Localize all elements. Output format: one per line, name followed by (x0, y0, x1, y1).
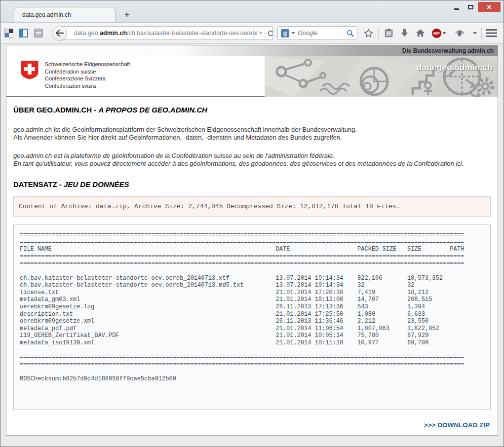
search-box[interactable]: g (277, 26, 357, 40)
home-button[interactable] (412, 25, 428, 41)
geo-banner: data.geo.admin.ch (265, 56, 498, 97)
maximize-button[interactable] (464, 2, 478, 12)
page-viewport: Die Bundesverwaltung admin.ch Schweizeri… (0, 44, 504, 447)
google-favicon: g (281, 29, 289, 37)
navigation-toolbar: data.geo.admin.ch/ch.bav.kataster-belast… (0, 22, 504, 44)
geo-motifs-illustration (265, 56, 498, 97)
download-zip-link[interactable]: >>> DOWNLOAD ZIP (424, 421, 490, 429)
archive-listing-box: ========================================… (13, 224, 491, 410)
downloads-button[interactable] (396, 25, 412, 41)
url-dropdown-icon[interactable] (259, 32, 263, 35)
about-heading: ÜBER GEO.ADMIN.CH - A PROPOS DE GEO.ADMI… (13, 106, 491, 114)
dataset-heading: DATENSATZ - JEU DE DONNÉES (13, 180, 491, 188)
addon-dropdown-button[interactable] (469, 25, 479, 41)
logo-line-it: Confederazione Svizzera (45, 75, 130, 82)
search-icon[interactable] (347, 30, 354, 37)
menu-button[interactable] (484, 25, 500, 41)
web-page: Die Bundesverwaltung admin.ch Schweizeri… (6, 45, 498, 436)
tab-data-geo-admin[interactable]: data.geo.admin.ch (14, 7, 116, 22)
archive-summary: Content of Archive: data.zip, Archive Si… (13, 196, 491, 217)
url-text: data.geo.admin.ch/ch.bav.kataster-belast… (74, 30, 258, 37)
archive-listing: ========================================… (20, 231, 484, 382)
hamburger-icon (486, 29, 497, 37)
minimize-button[interactable] (449, 2, 464, 12)
page-content: ÜBER GEO.ADMIN.CH - A PROPOS DE GEO.ADMI… (6, 97, 498, 436)
abp-icon: ABP (432, 29, 441, 38)
archive-extension-icon[interactable] (34, 29, 43, 37)
tab-title: data.geo.admin.ch (22, 11, 71, 18)
back-button[interactable] (52, 26, 67, 41)
home-icon (416, 29, 425, 37)
clipboard-icon (385, 29, 393, 37)
browser-window: data.geo.admin.ch + ✕ (0, 0, 504, 447)
logo-line-rm: Confederaziun svizra (45, 82, 130, 90)
logo-line-de: Schweizerische Eidgenossenschaft (45, 61, 130, 68)
close-button[interactable]: ✕ (478, 2, 501, 12)
star-icon (364, 29, 373, 37)
extension-buttons (4, 29, 43, 37)
tab-strip: data.geo.admin.ch + ✕ (0, 0, 504, 22)
plus-icon: + (124, 10, 129, 20)
federal-admin-label[interactable]: Die Bundesverwaltung admin.ch (402, 47, 494, 54)
grid-extension-icon[interactable] (4, 29, 13, 37)
maximize-icon (468, 5, 473, 9)
confederation-names: Schweizerische Eidgenossenschaft Confédé… (45, 60, 130, 96)
bookmarks-menu-button[interactable] (381, 25, 396, 41)
bug-icon (455, 29, 465, 37)
sidebar-extension-icon[interactable] (19, 29, 28, 37)
bookmark-star-button[interactable] (360, 25, 376, 41)
back-arrow-icon (56, 30, 64, 37)
close-icon: ✕ (487, 3, 492, 11)
url-bar[interactable]: data.geo.admin.ch/ch.bav.kataster-belast… (60, 26, 273, 40)
swiss-confederation-logo: Schweizerische Eidgenossenschaft Confédé… (6, 56, 130, 96)
new-tab-button[interactable]: + (120, 9, 133, 20)
minimize-icon (454, 8, 459, 10)
swiss-shield-icon (20, 60, 39, 80)
logo-line-fr: Confédération suisse (45, 68, 130, 75)
masthead: Schweizerische Eidgenossenschaft Confédé… (6, 56, 498, 97)
addon-button[interactable] (450, 25, 469, 41)
abp-dropdown-icon (442, 32, 446, 35)
chevron-down-icon (473, 32, 477, 35)
adblock-button[interactable]: ABP (428, 25, 450, 41)
download-row: >>> DOWNLOAD ZIP (13, 410, 491, 429)
search-input[interactable] (298, 30, 347, 37)
window-controls: ✕ (449, 2, 501, 12)
banner-title: data.geo.admin.ch (417, 63, 493, 73)
federal-admin-bar: Die Bundesverwaltung admin.ch (6, 45, 498, 56)
search-engine-dropdown-icon[interactable] (291, 32, 295, 34)
reload-icon[interactable] (267, 30, 273, 37)
download-arrow-icon (400, 29, 409, 37)
about-paragraph-fr: geo.admin.ch est la plateforme de géoinf… (13, 152, 491, 167)
about-paragraph-de: geo.admin.ch ist die Geoinformationsplat… (13, 126, 491, 141)
